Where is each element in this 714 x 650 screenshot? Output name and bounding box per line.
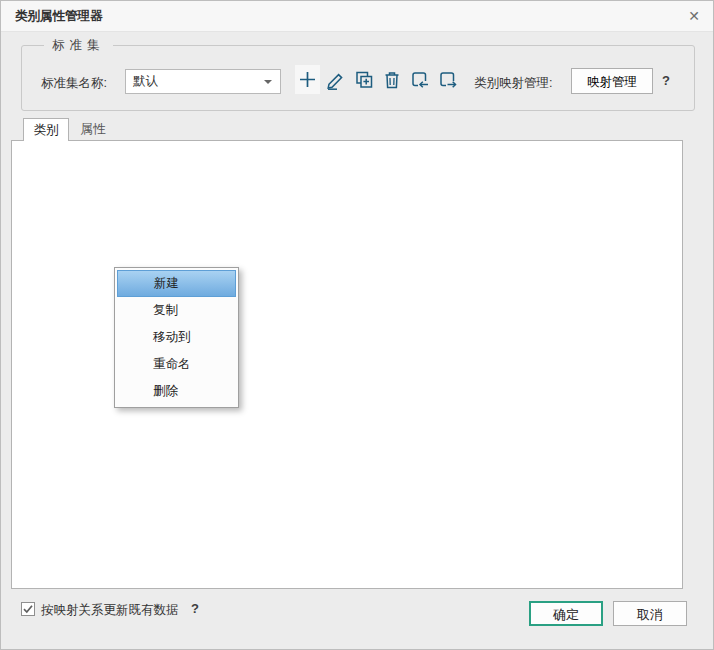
group-title: 标准集 — [44, 37, 113, 54]
dropdown-value: 默认 — [133, 74, 158, 88]
tab-content-panel — [11, 140, 683, 589]
update-data-label: 按映射关系更新既有数据 — [41, 602, 179, 619]
edit-button[interactable] — [323, 65, 348, 94]
tab-property[interactable]: 属性 — [71, 118, 115, 141]
mapping-manage-button[interactable]: 映射管理 — [571, 68, 653, 94]
trash-icon — [381, 69, 403, 91]
mapping-label: 类别映射管理: — [474, 75, 552, 92]
page-arrow-right-icon — [437, 69, 459, 91]
menu-item-new[interactable]: 新建 — [117, 270, 236, 297]
cancel-button[interactable]: 取消 — [613, 601, 687, 626]
delete-button[interactable] — [379, 65, 404, 94]
tab-category[interactable]: 类别 — [23, 118, 69, 141]
standard-set-dropdown[interactable]: 默认 — [125, 69, 281, 94]
menu-item-rename[interactable]: 重命名 — [117, 351, 236, 378]
add-button[interactable] — [295, 65, 320, 94]
page-arrow-left-icon — [409, 69, 431, 91]
menu-item-copy[interactable]: 复制 — [117, 297, 236, 324]
close-icon[interactable]: ✕ — [685, 7, 703, 25]
standard-set-toolbar — [295, 65, 460, 94]
category-property-manager-dialog: 类别属性管理器 ✕ 标准集 标准集名称: 默认 类别映射管理: 映射管理 ? 类 — [0, 0, 714, 650]
help-icon[interactable]: ? — [191, 601, 199, 616]
title-bar: 类别属性管理器 ✕ — [1, 1, 713, 32]
copy-button[interactable] — [351, 65, 376, 94]
menu-item-move-to[interactable]: 移动到 — [117, 324, 236, 351]
check-icon — [22, 603, 34, 615]
help-icon[interactable]: ? — [662, 73, 670, 88]
context-menu: 新建 复制 移动到 重命名 删除 — [114, 267, 239, 408]
pencil-icon — [325, 69, 347, 91]
plus-icon — [297, 69, 318, 90]
export-button[interactable] — [435, 65, 460, 94]
dialog-title: 类别属性管理器 — [15, 1, 103, 31]
import-button[interactable] — [407, 65, 432, 94]
set-name-label: 标准集名称: — [41, 75, 107, 92]
menu-item-delete[interactable]: 删除 — [117, 378, 236, 405]
chevron-down-icon — [264, 80, 272, 84]
update-data-checkbox[interactable] — [21, 602, 35, 616]
copy-icon — [353, 69, 375, 91]
ok-button[interactable]: 确定 — [529, 601, 603, 626]
